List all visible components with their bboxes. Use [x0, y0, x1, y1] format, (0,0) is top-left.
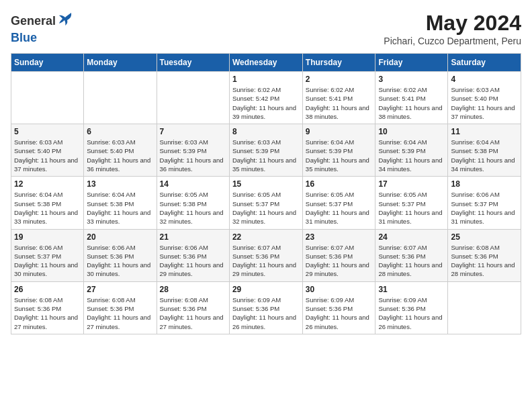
month-year-title: May 2024	[384, 11, 521, 36]
calendar-day-cell: 9Sunrise: 6:04 AM Sunset: 5:39 PM Daylig…	[302, 124, 375, 177]
day-number: 16	[306, 179, 373, 189]
day-number: 30	[306, 285, 373, 294]
calendar-day-cell: 10Sunrise: 6:04 AM Sunset: 5:39 PM Dayli…	[375, 124, 448, 177]
calendar-week-row: 12Sunrise: 6:04 AM Sunset: 5:38 PM Dayli…	[11, 177, 521, 229]
day-number: 12	[14, 179, 81, 189]
calendar-day-cell: 1Sunrise: 6:02 AM Sunset: 5:42 PM Daylig…	[229, 72, 302, 124]
day-info: Sunrise: 6:04 AM Sunset: 5:38 PM Dayligh…	[87, 190, 153, 226]
day-info: Sunrise: 6:09 AM Sunset: 5:36 PM Dayligh…	[232, 295, 300, 331]
day-of-week-header: Monday	[84, 54, 157, 72]
calendar-day-cell	[84, 72, 157, 124]
calendar-header-row: SundayMondayTuesdayWednesdayThursdayFrid…	[11, 54, 521, 72]
calendar-day-cell: 8Sunrise: 6:03 AM Sunset: 5:39 PM Daylig…	[229, 124, 302, 177]
day-number: 8	[232, 127, 300, 136]
day-info: Sunrise: 6:03 AM Sunset: 5:39 PM Dayligh…	[232, 138, 300, 173]
calendar-day-cell: 4Sunrise: 6:03 AM Sunset: 5:40 PM Daylig…	[448, 72, 521, 124]
day-number: 18	[451, 179, 518, 189]
day-number: 3	[378, 75, 445, 84]
calendar-day-cell: 2Sunrise: 6:02 AM Sunset: 5:41 PM Daylig…	[302, 72, 375, 124]
day-number: 2	[306, 75, 373, 84]
calendar-day-cell: 3Sunrise: 6:02 AM Sunset: 5:41 PM Daylig…	[375, 72, 448, 124]
calendar-week-row: 1Sunrise: 6:02 AM Sunset: 5:42 PM Daylig…	[11, 72, 521, 124]
day-number: 23	[306, 232, 373, 242]
day-number: 19	[14, 232, 81, 242]
day-info: Sunrise: 6:03 AM Sunset: 5:39 PM Dayligh…	[160, 138, 226, 173]
day-info: Sunrise: 6:03 AM Sunset: 5:40 PM Dayligh…	[87, 138, 153, 173]
calendar-day-cell	[157, 72, 229, 124]
day-info: Sunrise: 6:07 AM Sunset: 5:36 PM Dayligh…	[378, 243, 445, 279]
day-info: Sunrise: 6:04 AM Sunset: 5:39 PM Dayligh…	[378, 138, 445, 173]
day-number: 13	[87, 179, 153, 189]
calendar-week-row: 19Sunrise: 6:06 AM Sunset: 5:37 PM Dayli…	[11, 229, 521, 281]
day-number: 1	[232, 75, 300, 84]
day-info: Sunrise: 6:06 AM Sunset: 5:37 PM Dayligh…	[451, 190, 518, 226]
day-number: 27	[87, 285, 153, 294]
day-number: 25	[451, 232, 518, 242]
day-number: 29	[232, 285, 300, 294]
day-info: Sunrise: 6:05 AM Sunset: 5:37 PM Dayligh…	[306, 190, 373, 226]
day-info: Sunrise: 6:05 AM Sunset: 5:37 PM Dayligh…	[378, 190, 445, 226]
calendar-day-cell: 19Sunrise: 6:06 AM Sunset: 5:37 PM Dayli…	[11, 229, 84, 281]
calendar-day-cell: 14Sunrise: 6:05 AM Sunset: 5:38 PM Dayli…	[157, 177, 229, 229]
calendar-day-cell: 17Sunrise: 6:05 AM Sunset: 5:37 PM Dayli…	[375, 177, 448, 229]
calendar-day-cell: 23Sunrise: 6:07 AM Sunset: 5:36 PM Dayli…	[302, 229, 375, 281]
day-number: 11	[451, 127, 518, 136]
calendar-day-cell: 29Sunrise: 6:09 AM Sunset: 5:36 PM Dayli…	[229, 281, 302, 334]
day-info: Sunrise: 6:08 AM Sunset: 5:36 PM Dayligh…	[87, 295, 153, 331]
calendar-day-cell: 12Sunrise: 6:04 AM Sunset: 5:38 PM Dayli…	[11, 177, 84, 229]
day-number: 6	[87, 127, 153, 136]
calendar-day-cell: 16Sunrise: 6:05 AM Sunset: 5:37 PM Dayli…	[302, 177, 375, 229]
calendar-day-cell: 27Sunrise: 6:08 AM Sunset: 5:36 PM Dayli…	[84, 281, 157, 334]
logo: General Blue	[11, 11, 73, 45]
day-number: 7	[160, 127, 226, 136]
logo-bird-icon	[57, 11, 73, 31]
calendar-day-cell: 21Sunrise: 6:06 AM Sunset: 5:36 PM Dayli…	[157, 229, 229, 281]
location-subtitle: Pichari, Cuzco Department, Peru	[384, 36, 521, 46]
day-number: 4	[451, 75, 518, 84]
calendar-day-cell: 25Sunrise: 6:08 AM Sunset: 5:36 PM Dayli…	[448, 229, 521, 281]
day-info: Sunrise: 6:07 AM Sunset: 5:36 PM Dayligh…	[232, 243, 300, 279]
day-of-week-header: Sunday	[11, 54, 84, 72]
calendar-day-cell: 22Sunrise: 6:07 AM Sunset: 5:36 PM Dayli…	[229, 229, 302, 281]
day-number: 17	[378, 179, 445, 189]
day-info: Sunrise: 6:04 AM Sunset: 5:38 PM Dayligh…	[14, 190, 81, 226]
day-info: Sunrise: 6:06 AM Sunset: 5:36 PM Dayligh…	[87, 243, 153, 279]
day-info: Sunrise: 6:05 AM Sunset: 5:37 PM Dayligh…	[232, 190, 300, 226]
day-number: 5	[14, 127, 81, 136]
day-number: 22	[232, 232, 300, 242]
calendar-day-cell: 15Sunrise: 6:05 AM Sunset: 5:37 PM Dayli…	[229, 177, 302, 229]
day-of-week-header: Wednesday	[229, 54, 302, 72]
day-info: Sunrise: 6:03 AM Sunset: 5:40 PM Dayligh…	[451, 85, 518, 121]
calendar-week-row: 26Sunrise: 6:08 AM Sunset: 5:36 PM Dayli…	[11, 281, 521, 334]
day-number: 28	[160, 285, 226, 294]
day-number: 20	[87, 232, 153, 242]
day-info: Sunrise: 6:08 AM Sunset: 5:36 PM Dayligh…	[160, 295, 226, 331]
day-number: 14	[160, 179, 226, 189]
day-of-week-header: Tuesday	[157, 54, 229, 72]
day-info: Sunrise: 6:02 AM Sunset: 5:41 PM Dayligh…	[306, 85, 373, 121]
day-number: 31	[378, 285, 445, 294]
calendar-day-cell: 20Sunrise: 6:06 AM Sunset: 5:36 PM Dayli…	[84, 229, 157, 281]
day-info: Sunrise: 6:02 AM Sunset: 5:42 PM Dayligh…	[232, 85, 300, 121]
day-of-week-header: Thursday	[302, 54, 375, 72]
calendar-table: SundayMondayTuesdayWednesdayThursdayFrid…	[11, 53, 521, 334]
calendar-day-cell: 6Sunrise: 6:03 AM Sunset: 5:40 PM Daylig…	[84, 124, 157, 177]
day-number: 24	[378, 232, 445, 242]
calendar-day-cell: 13Sunrise: 6:04 AM Sunset: 5:38 PM Dayli…	[84, 177, 157, 229]
logo-blue-text: Blue	[11, 31, 37, 45]
day-info: Sunrise: 6:08 AM Sunset: 5:36 PM Dayligh…	[14, 295, 81, 331]
calendar-day-cell	[11, 72, 84, 124]
day-of-week-header: Friday	[375, 54, 448, 72]
day-number: 21	[160, 232, 226, 242]
day-info: Sunrise: 6:04 AM Sunset: 5:38 PM Dayligh…	[451, 138, 518, 173]
calendar-day-cell: 24Sunrise: 6:07 AM Sunset: 5:36 PM Dayli…	[375, 229, 448, 281]
day-number: 26	[14, 285, 81, 294]
day-info: Sunrise: 6:06 AM Sunset: 5:37 PM Dayligh…	[14, 243, 81, 279]
calendar-day-cell	[448, 281, 521, 334]
calendar-day-cell: 11Sunrise: 6:04 AM Sunset: 5:38 PM Dayli…	[448, 124, 521, 177]
day-info: Sunrise: 6:09 AM Sunset: 5:36 PM Dayligh…	[378, 295, 445, 331]
logo-general-text: General	[11, 14, 56, 28]
day-of-week-header: Saturday	[448, 54, 521, 72]
calendar-day-cell: 31Sunrise: 6:09 AM Sunset: 5:36 PM Dayli…	[375, 281, 448, 334]
header: General Blue May 2024 Pichari, Cuzco Dep…	[11, 11, 521, 46]
